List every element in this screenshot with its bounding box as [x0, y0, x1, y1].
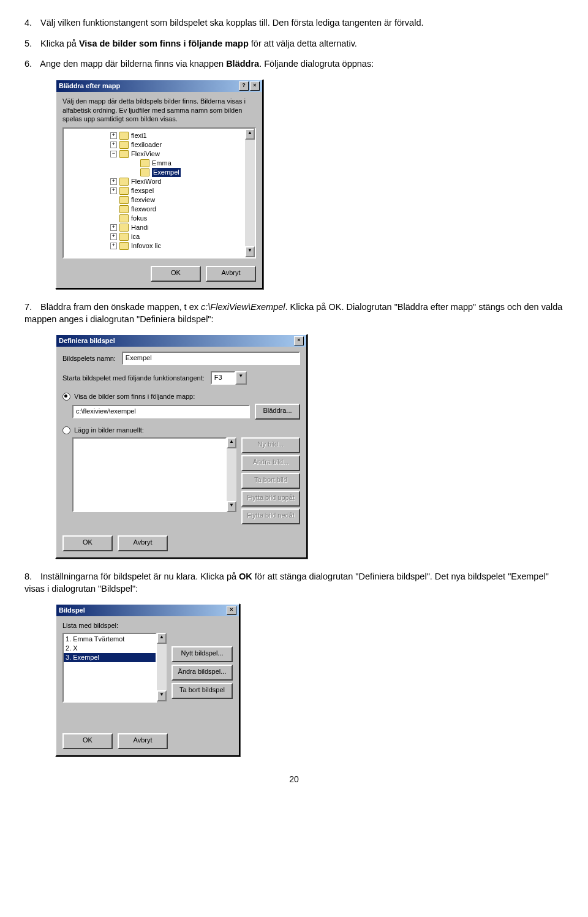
scroll-up-icon[interactable]: ▲	[157, 633, 167, 644]
step-6: 6. Ange den mapp där bilderna finns via …	[24, 58, 564, 70]
folder-tree[interactable]: +flexi1+flexiloader−FlexiViewEmmaExempel…	[62, 127, 256, 258]
step-num: 7.	[24, 301, 38, 314]
close-icon[interactable]: ×	[294, 336, 304, 345]
list-item[interactable]: 1. Emma Tvärtemot	[64, 635, 156, 644]
step-text: Välj vilken funktionstangent som bildspe…	[40, 18, 423, 28]
close-icon[interactable]: ×	[227, 606, 236, 615]
tree-item[interactable]: +Handi	[65, 223, 244, 232]
slideshow-dialog: Bildspel × Lista med bildspel: 1. Emma T…	[55, 603, 240, 757]
ok-button[interactable]: OK	[151, 266, 201, 282]
tree-item[interactable]: Emma	[65, 159, 244, 168]
fkey-label: Starta bildspelet med följande funktions…	[62, 374, 205, 383]
fkey-combo[interactable]: F3 ▼	[211, 371, 247, 385]
chevron-down-icon[interactable]: ▼	[235, 371, 247, 385]
step-num: 6.	[24, 58, 38, 70]
expander-icon[interactable]: −	[110, 151, 117, 157]
cancel-button[interactable]: Avbryt	[118, 733, 168, 749]
slideshow-list[interactable]: 1. Emma Tvärtemot2. X3. Exempel	[62, 633, 157, 703]
tree-item[interactable]: +FlexiWord	[65, 177, 244, 186]
expander-icon[interactable]: +	[110, 178, 117, 185]
scroll-down-icon[interactable]: ▼	[227, 501, 236, 512]
dialog-description: Välj den mapp där detta bildspels bilder…	[62, 97, 256, 124]
step-num: 8.	[24, 571, 38, 583]
slideshow-action-button[interactable]: Ta bort bildspel	[172, 683, 233, 699]
tree-item[interactable]: fokus	[65, 214, 244, 223]
dialog-title: Definiera bildspel	[59, 336, 115, 345]
scroll-up-icon[interactable]: ▲	[245, 129, 255, 140]
help-icon[interactable]: ?	[239, 81, 249, 91]
tree-item[interactable]: +flexiloader	[65, 140, 244, 149]
list-item[interactable]: 3. Exempel	[64, 653, 156, 662]
define-slideshow-dialog: Definiera bildspel × Bildspelets namn: E…	[55, 334, 307, 559]
step-8: 8. Inställningarna för bildspelet är nu …	[24, 571, 564, 595]
folder-icon	[119, 224, 129, 232]
titlebar[interactable]: Bläddra efter mapp ? ×	[56, 80, 262, 92]
path-input[interactable]: c:\flexiview\exempel	[72, 405, 250, 418]
tree-item[interactable]: +ica	[65, 232, 244, 241]
tree-item-label: Infovox lic	[131, 241, 161, 251]
step-text: för att välja detta alternativ.	[249, 39, 357, 48]
ok-button[interactable]: OK	[62, 535, 113, 551]
cancel-button[interactable]: Avbryt	[206, 266, 256, 282]
name-input[interactable]: Exempel	[122, 352, 300, 365]
tree-item-label: Handi	[131, 223, 149, 232]
tree-item[interactable]: flexword	[65, 205, 244, 214]
dialog-title: Bildspel	[59, 606, 85, 615]
scrollbar[interactable]: ▲ ▼	[157, 633, 167, 701]
step-italic: c:\FlexiView\Exempel	[201, 302, 285, 312]
name-label: Bildspelets namn:	[62, 354, 116, 363]
folder-icon	[119, 242, 129, 250]
expander-icon[interactable]: +	[110, 187, 117, 194]
folder-icon	[119, 196, 129, 204]
expander-icon[interactable]: +	[110, 243, 117, 249]
image-action-button: Flytta bild uppåt	[241, 491, 300, 507]
slideshow-action-button[interactable]: Ändra bildspel...	[172, 665, 233, 681]
expander-icon[interactable]: +	[110, 233, 117, 240]
tree-item[interactable]: +Infovox lic	[65, 241, 244, 251]
tree-item-label: flexspel	[131, 186, 154, 195]
page-number: 20	[24, 774, 564, 785]
step-num: 4.	[24, 17, 38, 29]
scroll-down-icon[interactable]: ▼	[157, 690, 167, 701]
expander-icon[interactable]: +	[110, 132, 117, 139]
titlebar[interactable]: Definiera bildspel ×	[56, 335, 306, 347]
ok-button[interactable]: OK	[62, 733, 113, 749]
slideshow-action-button[interactable]: Nytt bildspel...	[172, 646, 233, 662]
tree-item-label: flexi1	[131, 131, 147, 140]
folder-icon	[119, 214, 129, 222]
folder-icon	[119, 141, 129, 149]
browse-button[interactable]: Bläddra...	[255, 404, 300, 420]
radio-manual[interactable]	[62, 426, 70, 434]
manual-list[interactable]	[72, 437, 227, 512]
image-action-button: Ta bort bild	[241, 473, 300, 489]
radio-folder[interactable]	[62, 393, 70, 401]
folder-icon	[119, 178, 129, 186]
folder-icon	[119, 233, 129, 241]
image-action-button: Ny bild...	[241, 437, 300, 453]
image-action-button: Ändra bild...	[241, 455, 300, 471]
scroll-up-icon[interactable]: ▲	[227, 437, 236, 448]
list-item[interactable]: 2. X	[64, 644, 156, 653]
tree-item[interactable]: +flexi1	[65, 131, 244, 140]
tree-item[interactable]: Exempel	[65, 168, 244, 177]
tree-item-label: flexword	[131, 205, 156, 214]
expander-icon[interactable]: +	[110, 224, 117, 231]
step-text: . Följande dialogruta öppnas:	[259, 59, 374, 69]
step-num: 5.	[24, 38, 38, 50]
step-4: 4. Välj vilken funktionstangent som bild…	[24, 17, 564, 29]
scroll-down-icon[interactable]: ▼	[245, 246, 255, 257]
folder-icon	[140, 168, 149, 176]
folder-icon	[119, 187, 129, 195]
step-bold: OK	[239, 572, 252, 581]
tree-item[interactable]: +flexspel	[65, 186, 244, 195]
tree-item[interactable]: −FlexiView	[65, 149, 244, 159]
close-icon[interactable]: ×	[250, 81, 260, 91]
tree-item-label: Emma	[152, 159, 172, 168]
expander-icon[interactable]: +	[110, 142, 117, 148]
titlebar[interactable]: Bildspel ×	[56, 605, 239, 616]
tree-item[interactable]: flexview	[65, 195, 244, 205]
cancel-button[interactable]: Avbryt	[118, 535, 168, 551]
scrollbar[interactable]: ▲ ▼	[245, 129, 255, 257]
folder-icon	[119, 205, 129, 213]
scrollbar[interactable]: ▲ ▼	[227, 437, 236, 512]
